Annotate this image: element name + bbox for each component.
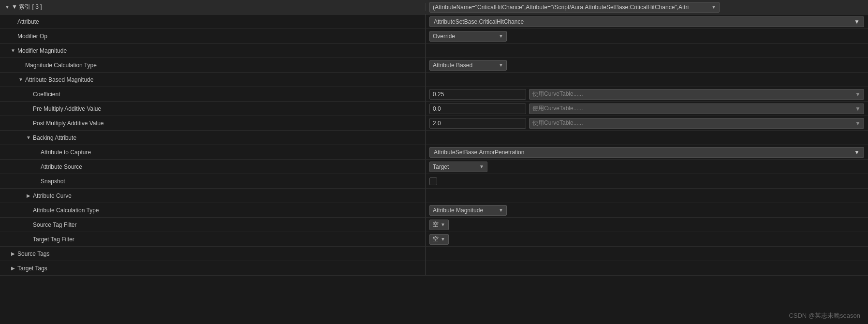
row-label: Backing Attribute [33,134,421,141]
row-toggle [25,236,32,243]
row-label: Magnitude Calculation Type [25,62,421,69]
index-header: ▼ ▼ 索引 [ 3 ] [0,3,426,11]
table-row: Snapshot [0,174,868,189]
row-label: Snapshot [41,178,421,185]
chevron-down-icon: ▼ [711,4,716,10]
row-toggle [33,163,40,170]
table-row: Attribute SourceTarget▼ [0,160,868,174]
chevron-down-icon: ▼ [855,105,861,112]
row-label: Attribute [17,18,421,25]
table-row: AttributeAttributeSetBase.CriticalHitCha… [0,15,868,29]
row-label: Modifier Magnitude [17,47,421,54]
coefficient-curve-dropdown[interactable]: 使用CurveTable......▼ [529,89,864,100]
chevron-down-icon: ▼ [855,91,861,98]
watermark: CSDN @某志未晚season [789,311,860,320]
row-label: Attribute Curve [33,192,421,199]
row-toggle [25,105,32,112]
table-row: Modifier OpOverride▼ [0,29,868,44]
table-row: ▼Backing Attribute [0,131,868,145]
row-toggle[interactable]: ▶ [25,192,32,199]
row-toggle [25,207,32,214]
row-label: Source Tag Filter [33,221,421,228]
table-row: Attribute to CaptureAttributeSetBase.Arm… [0,145,868,160]
table-row: ▼Modifier Magnitude [0,44,868,58]
row-toggle [10,18,16,25]
table-row: ▼Attribute Based Magnitude [0,73,868,87]
row-toggle[interactable]: ▶ [10,265,16,272]
source_tag_filter-button[interactable]: 空▼ [429,220,449,230]
table-row: ▶Target Tags [0,261,868,276]
attribute-dropdown[interactable]: AttributeSetBase.CriticalHitChance▼ [429,16,864,27]
row-toggle [17,62,24,69]
row-label: Target Tag Filter [33,236,421,243]
attribute-path-header: (AttributeName="CriticalHitChance",Attri… [426,2,868,13]
chevron-down-icon: ▼ [854,149,860,156]
row-label: Attribute Based Magnitude [25,76,421,83]
chevron-down-icon: ▼ [441,222,445,227]
attribute_calc_type-dropdown[interactable]: Attribute Magnitude▼ [429,205,507,216]
table-row: Target Tag Filter空▼ [0,232,868,247]
table-row: Post Multiply Additive Value使用CurveTable… [0,116,868,131]
table-row: Coefficient使用CurveTable......▼ [0,87,868,102]
table-row: Magnitude Calculation TypeAttribute Base… [0,58,868,73]
row-label: Attribute to Capture [41,149,421,156]
chevron-down-icon: ▼ [499,33,503,39]
table-row: Source Tag Filter空▼ [0,218,868,232]
target_tag_filter-button[interactable]: 空▼ [429,234,449,245]
attribute-capture-dropdown[interactable]: AttributeSetBase.ArmorPenetration▼ [429,147,864,158]
coefficient-input[interactable] [429,89,526,100]
chevron-down-icon: ▼ [499,62,503,68]
row-toggle [25,221,32,228]
post_multiply-input[interactable] [429,118,526,129]
row-label: Pre Multiply Additive Value [33,105,421,112]
row-label: Source Tags [17,250,421,257]
row-toggle[interactable]: ▼ [17,76,24,83]
table-row: ▶Attribute Curve [0,189,868,203]
post_multiply-curve-dropdown[interactable]: 使用CurveTable......▼ [529,118,864,129]
table-row: ▶Source Tags [0,247,868,261]
row-toggle[interactable]: ▶ [10,250,16,257]
chevron-down-icon: ▼ [499,207,503,213]
chevron-down-icon: ▼ [854,18,860,25]
row-label: Attribute Source [41,163,421,170]
row-toggle [33,149,40,156]
row-toggle [33,178,40,185]
row-label: Post Multiply Additive Value [33,120,421,127]
magnitude_calc_type-dropdown[interactable]: Attribute Based▼ [429,60,507,71]
chevron-down-icon: ▼ [855,120,861,127]
row-toggle [25,120,32,127]
row-label: Target Tags [17,265,421,272]
row-label: Attribute Calculation Type [33,207,421,214]
attribute_source-dropdown[interactable]: Target▼ [429,162,487,172]
table-row: Attribute Calculation TypeAttribute Magn… [0,203,868,218]
index-toggle[interactable]: ▼ [4,4,11,11]
row-label: Coefficient [33,91,421,98]
pre_multiply-curve-dropdown[interactable]: 使用CurveTable......▼ [529,103,864,114]
table-row: Pre Multiply Additive Value使用CurveTable.… [0,102,868,116]
index-label: ▼ 索引 [ 3 ] [12,3,421,11]
pre_multiply-input[interactable] [429,103,526,114]
chevron-down-icon: ▼ [441,236,445,242]
row-toggle [10,33,16,40]
row-toggle[interactable]: ▼ [10,47,16,54]
row-toggle[interactable]: ▼ [25,134,32,141]
snapshot-checkbox[interactable] [429,177,437,185]
row-toggle [25,91,32,98]
row-label: Modifier Op [17,33,421,40]
attribute-path-dropdown[interactable]: (AttributeName="CriticalHitChance",Attri… [429,2,720,13]
chevron-down-icon: ▼ [479,164,484,169]
modifier_op-dropdown[interactable]: Override▼ [429,31,507,42]
